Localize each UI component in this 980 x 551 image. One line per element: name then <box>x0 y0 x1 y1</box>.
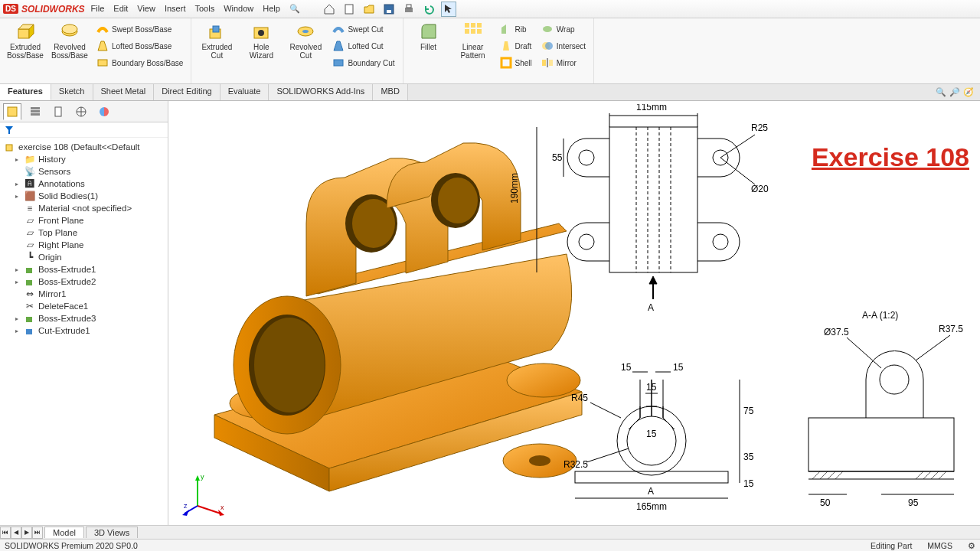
svg-text:15: 15 <box>646 382 657 393</box>
plane-icon: ▱ <box>24 227 35 238</box>
zoom-area-icon[interactable]: 🔎 <box>949 87 960 97</box>
tree-tab-property-manager[interactable] <box>26 103 44 120</box>
mirror-button[interactable]: Mirror <box>538 55 589 70</box>
lofted-boss-button[interactable]: Lofted Boss/Base <box>93 38 186 54</box>
ribbon: Extruded Boss/Base Revolved Boss/Base Sw… <box>0 18 980 84</box>
hole-wizard-button[interactable]: Hole Wizard <box>240 21 282 60</box>
svg-rect-20 <box>471 29 475 34</box>
tree-node-top-plane[interactable]: ▱Top Plane <box>2 227 166 239</box>
svg-point-12 <box>258 30 264 36</box>
tree-node-annotations[interactable]: ▸🅰Annotations <box>2 178 166 190</box>
select-icon[interactable] <box>441 2 456 17</box>
status-units[interactable]: MMGS <box>927 541 952 550</box>
swept-boss-button[interactable]: Swept Boss/Base <box>93 21 186 37</box>
tab-nav-first[interactable]: ⏮ <box>0 527 11 539</box>
view-tools: 🔍 🔎 🧭 <box>936 84 980 100</box>
status-version: SOLIDWORKS Premium 2020 SP0.0 <box>5 541 138 550</box>
undo-icon[interactable] <box>421 2 436 17</box>
status-custom-icon[interactable]: ⚙ <box>968 541 975 550</box>
open-icon[interactable] <box>361 2 377 17</box>
svg-rect-32 <box>31 113 40 116</box>
tab-nav-last[interactable]: ⏭ <box>32 527 43 539</box>
zoom-fit-icon[interactable]: 🔍 <box>936 87 946 97</box>
tab-mbd[interactable]: MBD <box>373 84 407 100</box>
tab-sketch[interactable]: Sketch <box>51 84 93 100</box>
menu-edit[interactable]: Edit <box>113 4 128 14</box>
tree-node-boss-extrude2[interactable]: ▸Boss-Extrude2 <box>2 276 166 288</box>
svg-point-126 <box>880 365 909 394</box>
extruded-cut-button[interactable]: Extruded Cut <box>196 21 237 60</box>
tree-node-material[interactable]: ≡Material <not specified> <box>2 202 166 214</box>
tree-tab-configuration[interactable] <box>49 103 67 120</box>
menu-tools[interactable]: Tools <box>194 4 214 14</box>
shell-button[interactable]: Shell <box>497 55 535 70</box>
tab-nav-next[interactable]: ▶ <box>21 527 32 539</box>
tree-node-solid-bodies[interactable]: ▸🟫Solid Bodies(1) <box>2 190 166 202</box>
svg-rect-31 <box>31 110 40 112</box>
wrap-button[interactable]: Wrap <box>538 21 589 37</box>
tree-filter[interactable] <box>0 122 168 138</box>
menu-view[interactable]: View <box>137 4 155 14</box>
svg-text:190mm: 190mm <box>510 173 520 204</box>
tab-features[interactable]: Features <box>0 84 51 100</box>
draft-button[interactable]: Draft <box>497 38 535 54</box>
tree-node-mirror1[interactable]: ⇔Mirror1 <box>2 288 166 300</box>
menu-insert[interactable]: Insert <box>165 4 186 14</box>
bottom-tab-model[interactable]: Model <box>44 527 84 538</box>
tab-sheet-metal[interactable]: Sheet Metal <box>93 84 155 100</box>
lofted-cut-icon <box>332 40 345 52</box>
intersect-icon <box>541 40 554 52</box>
extruded-boss-button[interactable]: Extruded Boss/Base <box>5 21 46 60</box>
svg-text:A: A <box>648 302 654 313</box>
tree-node-cut-extrude1[interactable]: ▸Cut-Extrude1 <box>2 324 166 337</box>
menu-window[interactable]: Window <box>224 4 253 14</box>
fillet-icon <box>419 21 439 41</box>
boundary-boss-button[interactable]: Boundary Boss/Base <box>93 55 186 70</box>
tree-node-boss-extrude1[interactable]: ▸Boss-Extrude1 <box>2 263 166 276</box>
svg-line-125 <box>939 471 946 479</box>
tree-tab-dimxpert[interactable] <box>72 103 90 120</box>
tree-node-right-plane[interactable]: ▱Right Plane <box>2 239 166 251</box>
tree-node-sensors[interactable]: 📡Sensors <box>2 165 166 178</box>
view-orientation-icon[interactable]: 🧭 <box>963 87 974 97</box>
home-icon[interactable] <box>322 2 337 17</box>
save-icon[interactable] <box>381 2 397 17</box>
tree-tab-feature-manager[interactable] <box>3 103 21 120</box>
tab-addins[interactable]: SOLIDWORKS Add-Ins <box>269 84 373 100</box>
tab-nav-prev[interactable]: ◀ <box>11 527 21 539</box>
menu-help[interactable]: Help <box>263 4 280 14</box>
intersect-button[interactable]: Intersect <box>538 38 589 54</box>
history-icon: 📁 <box>24 154 35 165</box>
tab-direct-editing[interactable]: Direct Editing <box>154 84 220 100</box>
boundary-cut-button[interactable]: Boundary Cut <box>329 55 397 70</box>
draft-icon <box>500 40 512 52</box>
svg-text:Ø20: Ø20 <box>751 184 769 194</box>
print-icon[interactable] <box>401 2 416 17</box>
search-icon[interactable]: 🔍 <box>289 4 300 14</box>
tree-tab-display[interactable] <box>95 103 113 120</box>
tree-root[interactable]: exercise 108 (Default<<Default <box>2 141 166 153</box>
tree-node-deleteface1[interactable]: ✂DeleteFace1 <box>2 300 166 312</box>
swept-cut-button[interactable]: Swept Cut <box>329 21 397 37</box>
graphics-viewport[interactable]: y x z Exercise 108 <box>168 101 980 525</box>
revolved-boss-button[interactable]: Revolved Boss/Base <box>49 21 90 60</box>
status-bar: SOLIDWORKS Premium 2020 SP0.0 Editing Pa… <box>0 539 980 551</box>
revolved-cut-button[interactable]: Revolved Cut <box>285 21 326 60</box>
tree-node-history[interactable]: ▸📁History <box>2 153 166 165</box>
svg-point-7 <box>62 24 77 34</box>
menu-file[interactable]: File <box>91 4 105 14</box>
rib-button[interactable]: Rib <box>497 21 535 37</box>
tree-node-front-plane[interactable]: ▱Front Plane <box>2 214 166 227</box>
lofted-cut-button[interactable]: Lofted Cut <box>329 38 397 54</box>
svg-point-63 <box>579 150 594 165</box>
bottom-tab-3dviews[interactable]: 3D Views <box>86 527 138 538</box>
shell-icon <box>500 57 512 69</box>
svg-text:35: 35 <box>743 452 754 462</box>
new-icon[interactable] <box>341 2 357 17</box>
linear-pattern-button[interactable]: Linear Pattern <box>452 21 494 60</box>
tree-node-boss-extrude3[interactable]: ▸Boss-Extrude3 <box>2 312 166 324</box>
revolved-boss-icon <box>60 21 80 41</box>
fillet-button[interactable]: Fillet <box>408 21 449 51</box>
tree-node-origin[interactable]: ┗Origin <box>2 251 166 263</box>
tab-evaluate[interactable]: Evaluate <box>220 84 270 100</box>
